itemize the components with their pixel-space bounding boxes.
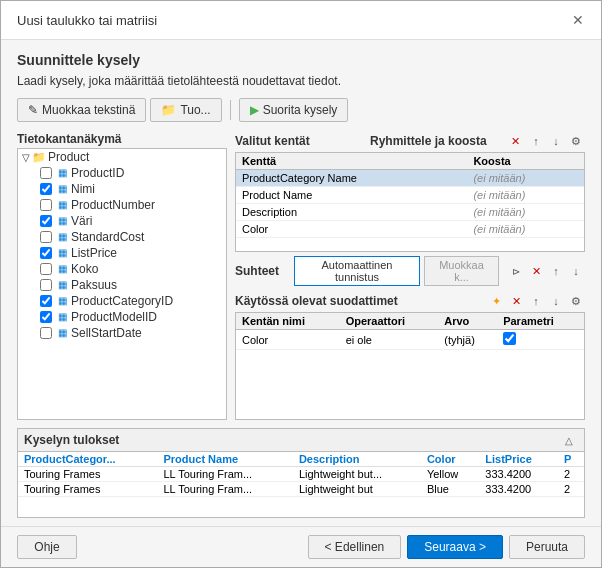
results-col-header[interactable]: ProductCategor...	[18, 452, 157, 467]
tree-panel-header: Tietokantanäkymä	[17, 132, 227, 146]
tree-item-sellstartdate[interactable]: ▦ SellStartDate	[18, 325, 226, 341]
fields-col-koosta: Koosta	[467, 153, 584, 170]
fields-cell-koosta: (ei mitään)	[467, 187, 584, 204]
tree-box[interactable]: ▽ 📁 Product ▦ ProductID ▦ Nimi	[17, 148, 227, 420]
results-cell: Yellow	[421, 467, 479, 482]
folder-icon: 📁	[32, 150, 46, 164]
checkbox-productid[interactable]	[40, 167, 52, 179]
checkbox-koko[interactable]	[40, 263, 52, 275]
fields-cell-koosta: (ei mitään)	[467, 204, 584, 221]
filters-toolbar: ✦ ✕ ↑ ↓ ⚙	[487, 292, 585, 310]
filters-settings-icon[interactable]: ⚙	[567, 292, 585, 310]
field-icon-productid: ▦	[55, 166, 69, 180]
filter-col-kentta: Kentän nimi	[236, 313, 340, 330]
filter-cell-operator: ei ole	[340, 330, 439, 350]
tree-item-vari[interactable]: ▦ Väri	[18, 213, 226, 229]
tree-item-nimi[interactable]: ▦ Nimi	[18, 181, 226, 197]
edit-text-button[interactable]: ✎ Muokkaa tekstinä	[17, 98, 146, 122]
suhteet-icon1[interactable]: ⊳	[507, 262, 525, 280]
results-col-header[interactable]: ListPrice	[479, 452, 558, 467]
run-query-button[interactable]: ▶ Suorita kysely	[239, 98, 349, 122]
results-col-header[interactable]: Product Name	[157, 452, 292, 467]
tree-item-productid[interactable]: ▦ ProductID	[18, 165, 226, 181]
tree-item-paksuus[interactable]: ▦ Paksuus	[18, 277, 226, 293]
fields-toolbar-icons: ✕ ↑ ↓ ⚙	[507, 132, 585, 150]
field-icon-standardcost: ▦	[55, 230, 69, 244]
tree-item-productcategoryid[interactable]: ▦ ProductCategoryID	[18, 293, 226, 309]
fields-row[interactable]: Color(ei mitään)	[236, 221, 584, 238]
cancel-button[interactable]: Peruuta	[509, 535, 585, 559]
muokkaa-button[interactable]: Muokkaa k...	[424, 256, 499, 286]
bottom-bar: Ohje < Edellinen Seuraava > Peruuta	[1, 526, 601, 567]
results-cell: Touring Frames	[18, 467, 157, 482]
fields-settings-icon[interactable]: ⚙	[567, 132, 585, 150]
filter-table[interactable]: Kentän nimi Operaattori Arvo Parametri C…	[235, 312, 585, 420]
checkbox-standardcost[interactable]	[40, 231, 52, 243]
left-panel: Tietokantanäkymä ▽ 📁 Product ▦ ProductID	[17, 132, 227, 420]
tree-item-koko[interactable]: ▦ Koko	[18, 261, 226, 277]
suhteet-row: Suhteet Automaattinen tunnistus Muokkaa …	[235, 256, 585, 286]
fields-down-icon[interactable]: ↓	[547, 132, 565, 150]
tree-item-standardcost[interactable]: ▦ StandardCost	[18, 229, 226, 245]
checkbox-paksuus[interactable]	[40, 279, 52, 291]
filters-down-icon[interactable]: ↓	[547, 292, 565, 310]
checkbox-productcategoryid[interactable]	[40, 295, 52, 307]
import-button[interactable]: 📁 Tuo...	[150, 98, 221, 122]
fields-row[interactable]: Description(ei mitään)	[236, 204, 584, 221]
auto-detect-button[interactable]: Automaattinen tunnistus	[294, 256, 420, 286]
filters-star-icon[interactable]: ✦	[487, 292, 505, 310]
results-cell: Lightweight but...	[293, 467, 421, 482]
dialog-title: Uusi taulukko tai matriisi	[17, 13, 157, 28]
results-cell: LL Touring Fram...	[157, 482, 292, 497]
fields-header-label: Valitut kentät	[235, 134, 310, 148]
tree-item-productmodelid[interactable]: ▦ ProductModelID	[18, 309, 226, 325]
suhteet-label: Suhteet	[235, 264, 290, 278]
results-table[interactable]: ProductCategor...Product NameDescription…	[18, 452, 584, 517]
suhteet-toolbar: ⊳ ✕ ↑ ↓	[507, 262, 585, 280]
field-icon-nimi: ▦	[55, 182, 69, 196]
main-panels: Tietokantanäkymä ▽ 📁 Product ▦ ProductID	[17, 132, 585, 420]
tree-item-productnumber[interactable]: ▦ ProductNumber	[18, 197, 226, 213]
checkbox-productmodelid[interactable]	[40, 311, 52, 323]
fields-up-icon[interactable]: ↑	[527, 132, 545, 150]
help-button[interactable]: Ohje	[17, 535, 77, 559]
checkbox-vari[interactable]	[40, 215, 52, 227]
tree-item-product[interactable]: ▽ 📁 Product	[18, 149, 226, 165]
checkbox-listprice[interactable]	[40, 247, 52, 259]
results-col-header[interactable]: Color	[421, 452, 479, 467]
fields-cell-koosta: (ei mitään)	[467, 170, 584, 187]
results-cell: 333.4200	[479, 467, 558, 482]
filter-col-parametri: Parametri	[497, 313, 584, 330]
fields-row[interactable]: ProductCategory Name(ei mitään)	[236, 170, 584, 187]
checkbox-sellstartdate[interactable]	[40, 327, 52, 339]
results-collapse-icon[interactable]: △	[560, 431, 578, 449]
tree-productcategoryid-label: ProductCategoryID	[71, 294, 173, 308]
fields-col-kentta: Kenttä	[236, 153, 467, 170]
tree-productid-label: ProductID	[71, 166, 124, 180]
suhteet-up-icon[interactable]: ↑	[547, 262, 565, 280]
suhteet-down-icon[interactable]: ↓	[567, 262, 585, 280]
run-icon: ▶	[250, 103, 259, 117]
fields-cell-name: Product Name	[236, 187, 467, 204]
prev-button[interactable]: < Edellinen	[308, 535, 402, 559]
filter-row[interactable]: Color ei ole (tyhjä)	[236, 330, 584, 350]
checkbox-productnumber[interactable]	[40, 199, 52, 211]
import-icon: 📁	[161, 103, 176, 117]
fields-delete-icon[interactable]: ✕	[507, 132, 525, 150]
filters-up-icon[interactable]: ↑	[527, 292, 545, 310]
filter-param-checkbox[interactable]	[503, 332, 516, 345]
next-button[interactable]: Seuraava >	[407, 535, 503, 559]
section-desc: Laadi kysely, joka määrittää tietolähtee…	[17, 74, 585, 88]
fields-table[interactable]: Kenttä Koosta ProductCategory Name(ei mi…	[235, 152, 585, 252]
fields-row[interactable]: Product Name(ei mitään)	[236, 187, 584, 204]
suhteet-delete-icon[interactable]: ✕	[527, 262, 545, 280]
filters-section: Käytössä olevat suodattimet ✦ ✕ ↑ ↓ ⚙	[235, 292, 585, 420]
results-col-header[interactable]: Description	[293, 452, 421, 467]
field-icon-koko: ▦	[55, 262, 69, 276]
checkbox-nimi[interactable]	[40, 183, 52, 195]
tree-item-listprice[interactable]: ▦ ListPrice	[18, 245, 226, 261]
results-col-header[interactable]: P	[558, 452, 584, 467]
tree-productmodelid-label: ProductModelID	[71, 310, 157, 324]
filters-delete-icon[interactable]: ✕	[507, 292, 525, 310]
close-button[interactable]: ✕	[567, 9, 589, 31]
